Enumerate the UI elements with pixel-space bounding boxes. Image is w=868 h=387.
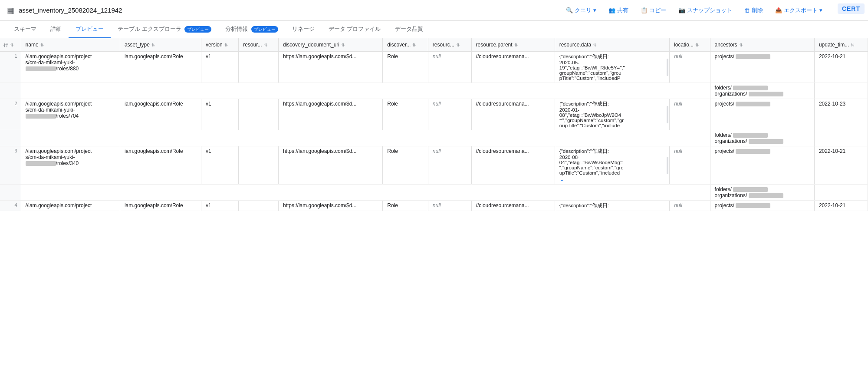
asset-type-1: iam.googleapis.com/Role	[120, 52, 201, 83]
version-sort-icon[interactable]: ⇅	[224, 43, 228, 47]
update-time-sort-icon[interactable]: ⇅	[851, 43, 854, 47]
resource2-2: null	[428, 99, 471, 130]
snapshot-button[interactable]: 📷 スナップショット	[673, 4, 737, 17]
copy-icon: 📋	[641, 7, 648, 13]
row-num-3-sub	[0, 185, 21, 201]
col-resource-parent: resource.parent ⇅	[471, 38, 555, 52]
row-sort-icon[interactable]: ⇅	[10, 43, 13, 47]
col-asset-type: asset_type ⇅	[120, 38, 201, 52]
resource-3	[239, 146, 279, 185]
location-1-sub	[670, 83, 710, 99]
resource-parent-2: //cloudresourcemana...	[471, 99, 555, 130]
name-cell-1: //iam.googleapis.com/project s/cm-da-mik…	[21, 52, 120, 83]
export-dropdown-icon: ▾	[819, 7, 822, 13]
version-4: v1	[201, 201, 239, 211]
row-3-sub-spacer	[21, 185, 670, 201]
resource-sort-icon[interactable]: ⇅	[264, 43, 267, 47]
header-title: ▦ asset_inventory_25082024_121942	[7, 6, 122, 15]
page-title: asset_inventory_25082024_121942	[19, 7, 122, 14]
resource2-sort-icon[interactable]: ⇅	[456, 43, 460, 47]
tab-lineage[interactable]: リネージ	[285, 21, 322, 38]
col-discovery-doc-uri: discovery_document_uri ⇅	[278, 38, 382, 52]
ancestors-2: projects/	[710, 99, 814, 130]
discovery-doc-uri-sort-icon[interactable]: ⇅	[341, 43, 345, 47]
ancestors-2-sub: folders/ organizations/	[710, 130, 814, 146]
discovery-doc-uri-3: https://iam.googleapis.com/$d...	[278, 146, 382, 185]
row-num-1-sub	[0, 83, 21, 99]
name-sort-icon[interactable]: ⇅	[40, 43, 44, 47]
resource-parent-4: //cloudresourcemana...	[471, 201, 555, 211]
blurred-name-2	[26, 114, 56, 119]
table-row-2: 2 //iam.googleapis.com/project s/cm-da-m…	[0, 99, 868, 130]
tab-data-quality[interactable]: データ品質	[388, 21, 430, 38]
discovery-4: Role	[383, 201, 428, 211]
tab-schema[interactable]: スキーマ	[7, 21, 43, 38]
table-explorer-preview-badge: プレビュー	[184, 26, 211, 33]
query-button[interactable]: 🔍 クエリ ▾	[561, 4, 602, 17]
header-actions: 🔍 クエリ ▾ 👥 共有 📋 コピー 📷 スナップショット 🗑 削除 📤 エクス…	[561, 4, 861, 17]
table-row-4: 4 //iam.googleapis.com/project iam.googl…	[0, 201, 868, 211]
discovery-sort-icon[interactable]: ⇅	[412, 43, 416, 47]
discovery-1: Role	[383, 52, 428, 83]
asset-type-4: iam.googleapis.com/Role	[120, 201, 201, 211]
table-row-3: 3 //iam.googleapis.com/project s/cm-da-m…	[0, 146, 868, 185]
scrollbar-2[interactable]	[667, 106, 668, 123]
table-header-row: 行 ⇅ name ⇅ asset_type ⇅	[0, 38, 868, 52]
export-button[interactable]: 📤 エクスポート ▾	[770, 4, 828, 17]
discovery-doc-uri-2: https://iam.googleapis.com/$d...	[278, 99, 382, 130]
col-discovery: discover... ⇅	[383, 38, 428, 52]
resource-data-2: {"description":"作成日: 2020-01- 08","etag"…	[555, 99, 669, 130]
location-sort-icon[interactable]: ⇅	[695, 43, 699, 47]
scrollbar-1[interactable]	[667, 59, 668, 76]
resource-parent-1: //cloudresourcemana...	[471, 52, 555, 83]
tab-details[interactable]: 詳細	[43, 21, 69, 38]
row-num-2-sub	[0, 130, 21, 146]
col-resource-data: resource.data ⇅	[555, 38, 669, 52]
col-version: version ⇅	[201, 38, 239, 52]
blurred-ancestor-2c	[749, 139, 783, 144]
tabs: スキーマ 詳細 プレビュー テーブル エクスプローラ プレビュー 分析情報 プレ…	[0, 21, 868, 38]
blurred-ancestor-1a	[736, 54, 770, 59]
row-num-4: 4	[0, 201, 21, 211]
delete-button[interactable]: 🗑 削除	[739, 4, 768, 17]
resource-data-4: {"description":"作成日:	[555, 201, 669, 211]
row-num-1: 1	[0, 52, 21, 83]
blurred-name-1	[26, 66, 56, 71]
data-table: 行 ⇅ name ⇅ asset_type ⇅	[0, 38, 868, 211]
update-time-2-sub	[814, 130, 868, 146]
share-icon: 👥	[608, 7, 615, 13]
col-update-time: update_tim... ⇅	[814, 38, 868, 52]
header: ▦ asset_inventory_25082024_121942 🔍 クエリ …	[0, 0, 868, 21]
tab-analysis[interactable]: 分析情報 プレビュー	[218, 21, 285, 38]
tab-table-explorer[interactable]: テーブル エクスプローラ プレビュー	[111, 21, 218, 38]
table-row-3-sub: folders/ organizations/	[0, 185, 868, 201]
resource-parent-sort-icon[interactable]: ⇅	[514, 43, 518, 47]
tab-data-profile[interactable]: データ プロファイル	[322, 21, 388, 38]
version-2: v1	[201, 99, 239, 130]
query-dropdown-icon: ▾	[593, 7, 596, 13]
blurred-ancestor-3c	[749, 193, 783, 198]
resource-parent-3: //cloudresourcemana...	[471, 146, 555, 185]
col-resource: resour... ⇅	[239, 38, 279, 52]
blurred-ancestor-1b	[733, 86, 768, 90]
ancestors-sort-icon[interactable]: ⇅	[739, 43, 743, 47]
blurred-ancestor-2a	[736, 102, 770, 106]
export-icon: 📤	[775, 7, 782, 13]
query-icon: 🔍	[566, 7, 573, 13]
tab-preview[interactable]: プレビュー	[69, 21, 111, 38]
grid-icon: ▦	[7, 6, 14, 15]
copy-button[interactable]: 📋 コピー	[635, 4, 671, 17]
snapshot-icon: 📷	[678, 7, 685, 13]
asset-type-sort-icon[interactable]: ⇅	[151, 43, 155, 47]
resource-data-sort-icon[interactable]: ⇅	[593, 43, 596, 47]
scrollbar-3[interactable]	[667, 157, 668, 174]
resource-data-3: {"description":"作成日: 2020-08- 04","etag"…	[555, 146, 669, 185]
ancestors-4: projects/	[710, 201, 814, 211]
col-ancestors: ancestors ⇅	[710, 38, 814, 52]
expand-icon-3[interactable]: ⌄	[559, 175, 565, 182]
delete-icon: 🗑	[744, 7, 750, 13]
ancestors-3-sub: folders/ organizations/	[710, 185, 814, 201]
resource-2	[239, 99, 279, 130]
blurred-ancestor-2b	[733, 133, 768, 138]
share-button[interactable]: 👥 共有	[603, 4, 634, 17]
